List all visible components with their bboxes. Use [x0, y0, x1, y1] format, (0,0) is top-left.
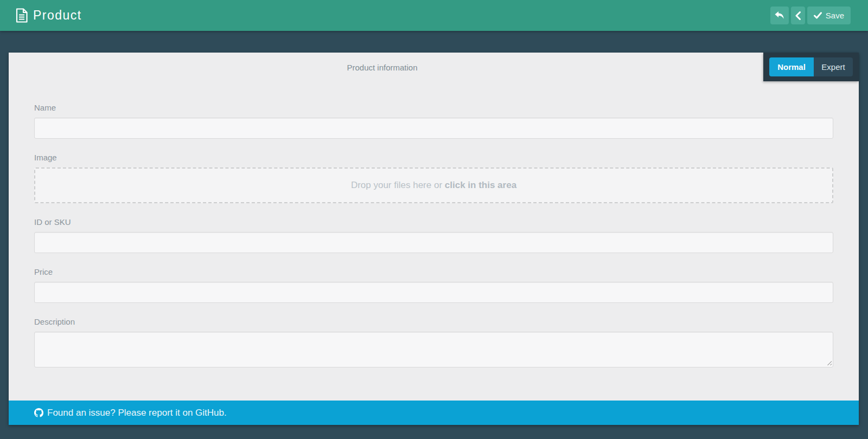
- form-title: Product information: [34, 63, 730, 72]
- product-form: Name Image Drop your files here or click…: [34, 104, 833, 367]
- github-icon: [34, 408, 43, 417]
- tab-expert[interactable]: Expert: [814, 57, 853, 76]
- save-button[interactable]: Save: [807, 7, 851, 24]
- main-content: Normal Expert Product information Name I…: [0, 31, 868, 425]
- app-header: Product: [0, 0, 868, 31]
- description-textarea-wrap: [34, 332, 833, 367]
- check-icon: [814, 12, 822, 19]
- page: Product: [0, 0, 868, 425]
- price-label: Price: [34, 268, 833, 276]
- image-dropzone[interactable]: Drop your files here or click in this ar…: [34, 167, 833, 203]
- field-name: Name: [34, 104, 833, 139]
- header-title-group: Product: [16, 8, 82, 23]
- id-sku-label: ID or SKU: [34, 218, 833, 226]
- dropzone-text-normal: Drop your files here or: [351, 180, 442, 190]
- field-image: Image Drop your files here or click in t…: [34, 153, 833, 203]
- name-input[interactable]: [34, 118, 833, 139]
- dropzone-text: Drop your files here or click in this ar…: [351, 180, 516, 191]
- undo-button[interactable]: [770, 7, 789, 24]
- header-actions: Save: [768, 7, 851, 24]
- description-textarea[interactable]: [34, 332, 833, 367]
- back-button[interactable]: [791, 7, 805, 24]
- save-button-label: Save: [826, 11, 844, 20]
- dropzone-text-bold: click in this area: [445, 180, 516, 190]
- chevron-left-icon: [795, 11, 801, 20]
- page-title: Product: [33, 8, 82, 23]
- document-icon: [16, 8, 28, 23]
- price-input[interactable]: [34, 282, 833, 303]
- field-description: Description: [34, 318, 833, 367]
- field-id-sku: ID or SKU: [34, 218, 833, 253]
- image-label: Image: [34, 153, 833, 162]
- id-sku-input[interactable]: [34, 232, 833, 253]
- github-report-link[interactable]: Found an issue? Please report it on GitH…: [34, 408, 227, 418]
- product-form-card: Normal Expert Product information Name I…: [9, 53, 859, 425]
- description-label: Description: [34, 318, 833, 326]
- undo-icon: [774, 11, 784, 20]
- tab-normal[interactable]: Normal: [769, 57, 814, 76]
- issue-message: Found an issue? Please report it on GitH…: [47, 408, 227, 418]
- form-body: Product information Name Image Drop your…: [9, 53, 859, 401]
- view-mode-toggle: Normal Expert: [763, 53, 859, 81]
- issue-report-bar: Found an issue? Please report it on GitH…: [9, 401, 859, 425]
- name-label: Name: [34, 104, 833, 112]
- field-price: Price: [34, 268, 833, 303]
